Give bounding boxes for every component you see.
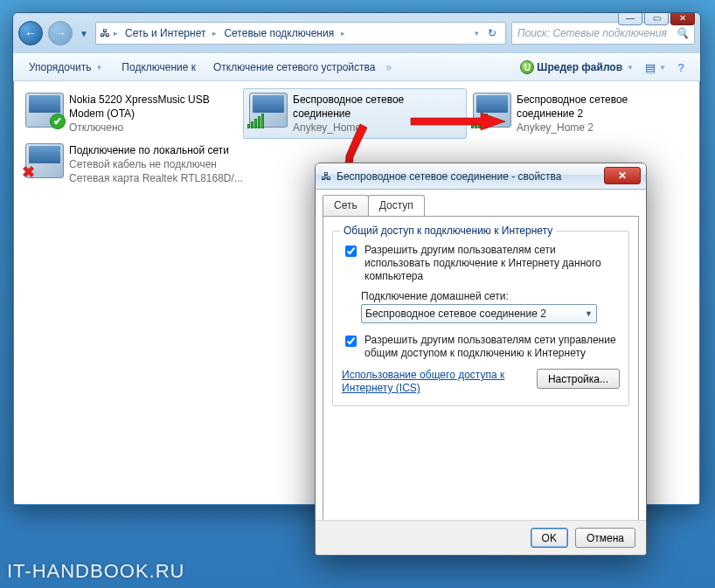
- allow-control-checkbox[interactable]: [345, 336, 357, 347]
- shredder-icon: U: [520, 60, 534, 74]
- shredder-label: Шредер файлов: [537, 61, 622, 73]
- connection-status: Anykey_Home 2: [517, 121, 684, 135]
- ics-help-link[interactable]: Использование общего доступа к Интернету…: [342, 369, 508, 395]
- disable-device-menu[interactable]: Отключение сетевого устройства: [206, 58, 382, 77]
- organize-menu[interactable]: Упорядочить ▼: [22, 58, 111, 77]
- chevron-down-icon: ▼: [585, 309, 593, 318]
- connect-to-menu[interactable]: Подключение к: [115, 58, 203, 77]
- connection-item[interactable]: ✖ Подключение по локальной сети Сетевой …: [19, 139, 264, 190]
- tab-network[interactable]: Сеть: [323, 195, 369, 216]
- refresh-icon[interactable]: ↻: [482, 27, 502, 39]
- nav-history-dropdown[interactable]: ▼: [78, 21, 90, 45]
- ics-group: Общий доступ к подключению к Интернету Р…: [332, 231, 629, 406]
- tab-panel-sharing: Общий доступ к подключению к Интернету Р…: [323, 216, 639, 523]
- maximize-button[interactable]: ▭: [644, 12, 669, 25]
- dialog-footer: OK Отмена: [316, 520, 646, 555]
- connection-title: Беспроводное сетевое соединение: [293, 93, 461, 121]
- home-network-value: Беспроводное сетевое соединение 2: [365, 308, 546, 320]
- nav-forward-button[interactable]: →: [48, 21, 73, 45]
- connection-title: Беспроводное сетевое соединение 2: [517, 93, 684, 121]
- dialog-title: Беспроводное сетевое соединение - свойст…: [337, 170, 562, 183]
- connection-item[interactable]: Беспроводное сетевое соединение Anykey_H…: [243, 88, 467, 139]
- connection-status: Anykey_Home: [293, 121, 461, 135]
- address-dropdown[interactable]: ▾: [475, 29, 479, 38]
- properties-dialog: 🖧 Беспроводное сетевое соединение - свой…: [315, 163, 647, 556]
- nav-back-button[interactable]: ←: [18, 21, 43, 45]
- file-shredder-button[interactable]: U Шредер файлов ▼: [513, 57, 642, 78]
- settings-button[interactable]: Настройка...: [537, 369, 620, 389]
- allow-share-label: Разрешить другим пользователям сети испо…: [364, 244, 620, 283]
- wireless-icon: [473, 93, 511, 128]
- search-placeholder: Поиск: Сетевые подключения: [517, 27, 667, 39]
- home-network-label: Подключение домашней сети:: [361, 290, 620, 302]
- address-bar[interactable]: 🖧 ▸ Сеть и Интернет ▸ Сетевые подключени…: [95, 22, 506, 45]
- breadcrumb-part[interactable]: Сеть и Интернет: [121, 25, 209, 41]
- connection-item[interactable]: Беспроводное сетевое соединение 2 Anykey…: [467, 88, 691, 139]
- group-legend: Общий доступ к подключению к Интернету: [340, 225, 556, 237]
- network-icon: 🖧: [100, 27, 110, 39]
- connection-status: Сетевой кабель не подключен: [69, 157, 243, 171]
- minimize-button[interactable]: —: [618, 12, 642, 25]
- dialog-icon: 🖧: [321, 170, 331, 183]
- home-network-select[interactable]: Беспроводное сетевое соединение 2 ▼: [361, 304, 597, 323]
- allow-share-checkbox[interactable]: [345, 246, 357, 257]
- help-button[interactable]: ?: [670, 58, 691, 77]
- cancel-button[interactable]: Отмена: [575, 528, 635, 548]
- watermark: IT-HANDBOOK.RU: [7, 560, 184, 583]
- tab-strip: Сеть Доступ: [323, 195, 639, 216]
- dialog-titlebar: 🖧 Беспроводное сетевое соединение - свой…: [316, 163, 646, 190]
- disable-label: Отключение сетевого устройства: [213, 61, 375, 73]
- titlebar: ← → ▼ 🖧 ▸ Сеть и Интернет ▸ Сетевые подк…: [13, 13, 700, 53]
- dialog-close-button[interactable]: ✕: [604, 167, 641, 184]
- view-options-button[interactable]: ▤▼: [646, 58, 667, 77]
- connect-label: Подключение к: [121, 61, 196, 73]
- tab-sharing[interactable]: Доступ: [368, 195, 425, 216]
- lan-icon: ✖: [25, 143, 64, 178]
- organize-label: Упорядочить: [29, 61, 91, 73]
- connection-adapter: Сетевая карта Realtek RTL8168D/...: [69, 171, 243, 185]
- connection-item[interactable]: ✔ Nokia 5220 XpressMusic USB Modem (OTA)…: [19, 88, 243, 139]
- command-bar: Упорядочить ▼ Подключение к Отключение с…: [13, 53, 700, 81]
- connection-title: Nokia 5220 XpressMusic USB Modem (OTA): [69, 93, 237, 121]
- search-icon: 🔍: [676, 27, 689, 39]
- connection-status: Отключено: [69, 121, 237, 135]
- wireless-icon: [249, 93, 288, 128]
- breadcrumb-part[interactable]: Сетевые подключения: [220, 25, 337, 41]
- modem-icon: ✔: [25, 93, 64, 128]
- ok-button[interactable]: OK: [531, 528, 568, 548]
- connection-title: Подключение по локальной сети: [69, 143, 243, 157]
- close-button[interactable]: ✕: [670, 12, 695, 25]
- allow-control-label: Разрешить другим пользователям сети упра…: [364, 334, 620, 360]
